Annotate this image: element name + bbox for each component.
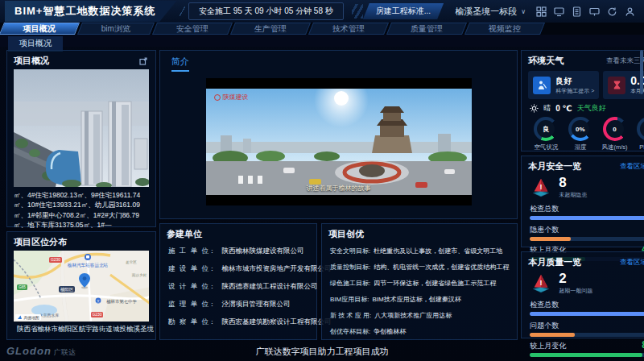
panel-title: 项目区位分布 [14, 236, 67, 248]
project-selector[interactable]: 榆溪圣境一标段 ∨ [455, 6, 526, 18]
location-map[interactable]: G230 G230 G65 榆林汽车站客运北站 榆阳区 文 榆林市第七中学 [14, 251, 149, 322]
quality-stat-issues: 问题个数15 [530, 318, 644, 337]
warning-pyramid-icon: ! [530, 176, 552, 198]
monitor-icon[interactable] [553, 6, 565, 18]
top-header: BIM+智慧工地数据决策系统 安全施工 95 天 09 小时 05 分钟 58 … [0, 0, 644, 23]
project-address-row: 陕西省榆林市榆阳区航宇路街道城投榆溪圣境 [14, 325, 149, 334]
progress-bar [530, 237, 570, 241]
display-icon[interactable] [588, 6, 601, 18]
safety-stat-hazards: 隐患个数49 [530, 222, 644, 241]
panel-title: 参建单位 [167, 228, 202, 240]
safety-panel: 本月安全一览 查看区域详情 > ! 8 未超期隐患 [521, 156, 644, 247]
project-address: 陕西省榆林市榆阳区航宇路街道城投榆溪圣境 [17, 325, 154, 334]
panel-title: 本月质量一览 [528, 256, 581, 268]
quality-detail-link[interactable]: 查看区域详情 > [620, 258, 644, 268]
map-label-school: 榆林市第七中学 [106, 299, 137, 304]
worker-icon [533, 77, 551, 94]
excellence-panel: 项目创优 安全文明目标:杜绝重伤及以上事故，创建市、省级文明工地 质量控制目标:… [321, 223, 518, 340]
participant-row: 设计单位：陕西德赛建筑工程设计有限公司 [160, 278, 316, 296]
nav-tab-overview[interactable]: 项目概况 [0, 23, 80, 35]
standard-button[interactable]: 房建工程标准... [363, 3, 444, 19]
participants-panel: 参建单位 施工单位：陕西榆林陕煤建设有限公司 建设单位：榆林市城市投资房地产开发… [159, 223, 317, 340]
panel-title: 项目创优 [328, 228, 364, 240]
construction-advice-card: 良好 科学施工提示 > [528, 71, 599, 99]
safety-days-counter: 安全施工 95 天 09 小时 05 分钟 58 秒 [188, 2, 344, 20]
project-overview-panel: 项目概况 [6, 50, 156, 227]
main-nav: 项目概况 bim浏览 安全管理 生产管理 技术管理 质量管理 视频监控 [0, 23, 644, 35]
svg-text:高德地图: 高德地图 [23, 315, 39, 321]
chevron-down-icon: ∨ [521, 8, 526, 15]
safety-detail-link[interactable]: 查看区域详情 > [620, 162, 644, 172]
safety-highlight-value: 8 [559, 176, 587, 189]
location-panel: 项目区位分布 G230 [6, 231, 156, 340]
refresh-icon[interactable] [606, 6, 618, 18]
panel-title: 本月安全一览 [528, 160, 581, 172]
current-weather-row: 晴 0 ℃ 天气良好 [530, 103, 644, 114]
participant-row: 施工单位：陕西榆林陕煤建设有限公司 [160, 243, 316, 260]
video-watermark: 陕煤建设 [214, 93, 249, 102]
sun-icon [530, 104, 539, 113]
participant-row: 监理单位：泾渭项目管理有限公司 [160, 296, 316, 313]
map-label-station: 榆林汽车站客运北站 [68, 263, 109, 268]
project-render-image [14, 69, 149, 187]
air-quality-gauge: 良 空气状况 [530, 117, 562, 151]
map-label-area1: 老常区 [126, 260, 137, 264]
svg-text:!: ! [540, 183, 543, 191]
svg-text:文: 文 [97, 299, 100, 303]
intro-video[interactable]: 陕煤建设 讲述着属于榆林的故事 [206, 78, 472, 205]
nav-tab-video[interactable]: 视频监控 [464, 23, 545, 35]
quality-panel: 本月质量一览 查看区域详情 > ! 2 超期一般问题 [521, 251, 644, 338]
progress-bar [530, 312, 644, 316]
footer-slogan: 广联达数字项目助力工程项目成功 [0, 346, 644, 358]
document-icon[interactable] [571, 6, 583, 18]
user-icon[interactable] [624, 6, 636, 18]
warning-pyramid-icon: ! [530, 272, 552, 294]
project-selector-label: 榆溪圣境一标段 [455, 6, 517, 18]
map-label-district: 榆阳区 [60, 287, 74, 293]
quality-stat-total: 检查总数45 [530, 297, 644, 316]
map-road-badge-2: G230 [92, 312, 101, 317]
safety-highlight-label: 未超期隐患 [559, 191, 587, 199]
map-road-badge-g65: G65 [19, 285, 26, 289]
apps-grid-icon[interactable] [535, 6, 547, 18]
decor-stripes [352, 4, 363, 19]
weather-panel: 环境天气 查看未来三天天气 > 良好 科学施工提示 > [521, 50, 644, 151]
panel-title: 项目概况 [14, 55, 49, 67]
weather-gauges: 良 空气状况 0% 湿度 0 风速(m/s) 0 PM 2.5 [530, 117, 644, 151]
intro-panel: 简介 [159, 50, 518, 219]
nav-tab-quality[interactable]: 质量管理 [386, 23, 467, 35]
progress-bar [530, 216, 644, 220]
excellence-row: BIM应用目标:BIM技术应用达标，创建秦汉杯 [322, 291, 517, 307]
weather-forecast-link[interactable]: 查看未来三天天气 > [606, 56, 644, 66]
humidity-gauge: 0% 湿度 [564, 117, 597, 151]
map-road-badge: G230 [51, 257, 60, 262]
header-divider [180, 5, 185, 18]
header-icon-group [535, 6, 636, 18]
weather-temperature: 0 ℃ [555, 104, 572, 113]
weather-condition: 晴 [543, 103, 551, 114]
progress-bar [530, 333, 574, 337]
excellence-row: 安全文明目标:杜绝重伤及以上事故，创建市、省级文明工地 [322, 243, 517, 259]
intro-tab[interactable]: 简介 [171, 56, 189, 72]
participant-row: 勘察单位：陕西宏基建筑勘察设计工程有限公司 [160, 313, 316, 331]
sub-tab-bar: 项目概况 [0, 35, 644, 47]
excellence-row: 质量控制目标:结构、机电管线一次成优，创建省优质结构工程 [322, 259, 517, 275]
pm25-gauge: 0 PM 2.5 [633, 117, 644, 151]
video-frame [206, 89, 472, 195]
panel-title: 环境天气 [528, 55, 564, 67]
app-title: BIM+智慧工地数据决策系统 [5, 1, 176, 22]
excellence-row: 新 技 术 应 用:八大项新技术推广应用达标 [322, 307, 517, 323]
quality-highlight-value: 2 [559, 272, 592, 285]
nav-tab-bim[interactable]: bim浏览 [77, 23, 155, 35]
content-area: 项目概况 [0, 48, 644, 342]
map-label-reservoir: 大京西水库 [39, 313, 60, 318]
expand-icon[interactable] [137, 55, 149, 67]
map-attribution: 高德地图 [15, 314, 41, 321]
construction-tips-link[interactable]: 科学施工提示 > [555, 87, 594, 95]
scrollbar[interactable] [640, 50, 643, 94]
svg-text:!: ! [540, 279, 543, 287]
project-description: ㎡、4#住宅19802.13㎡、9#住宅19611.74㎡、10#住宅13933… [14, 190, 149, 230]
nav-tab-safety[interactable]: 安全管理 [152, 23, 233, 35]
nav-tab-production[interactable]: 生产管理 [230, 23, 311, 35]
nav-tab-technology[interactable]: 技术管理 [308, 23, 389, 35]
